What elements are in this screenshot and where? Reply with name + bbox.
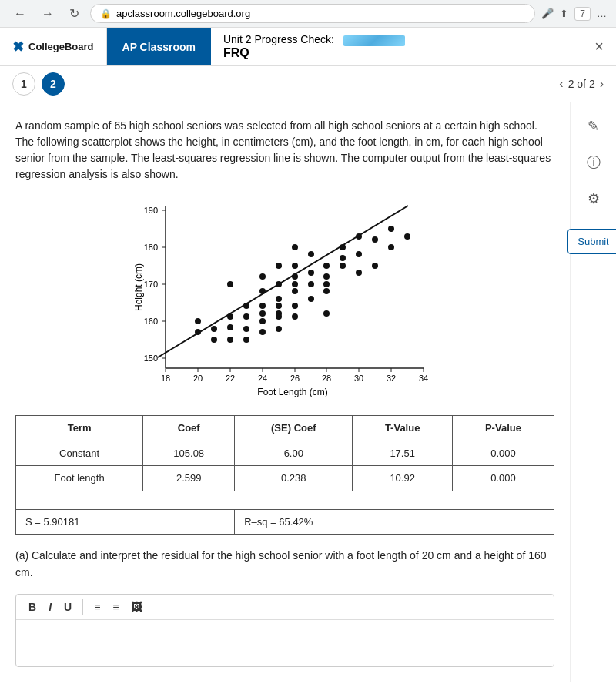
- svg-point-77: [388, 226, 394, 232]
- svg-text:Height (cm): Height (cm): [133, 263, 144, 311]
- svg-point-65: [323, 263, 330, 269]
- scribble-decoration: [343, 35, 405, 46]
- scatter-plot: 190 180 170 160 150 Height (cm) 18: [123, 195, 447, 403]
- help-button[interactable]: ⓘ: [584, 150, 604, 175]
- svg-point-55: [292, 288, 298, 294]
- svg-point-80: [227, 337, 233, 343]
- svg-text:32: 32: [387, 374, 396, 383]
- numbered-list-button[interactable]: ≡: [108, 599, 123, 615]
- col-header-se-coef: (SE) Coef: [235, 416, 353, 441]
- svg-point-67: [323, 288, 330, 294]
- p-value-foot-length: 0.000: [452, 466, 554, 491]
- svg-point-39: [227, 281, 233, 287]
- svg-text:26: 26: [290, 374, 300, 383]
- browser-actions: 🎤 ⬆ 7 …: [541, 7, 607, 21]
- svg-point-50: [276, 281, 282, 287]
- svg-text:28: 28: [322, 374, 331, 383]
- t-value-foot-length: 10.92: [353, 466, 452, 491]
- italic-button[interactable]: I: [44, 599, 56, 615]
- svg-point-71: [340, 263, 346, 269]
- image-button[interactable]: 🖼: [126, 599, 146, 615]
- se-coef-foot-length: 0.238: [235, 466, 353, 491]
- collegeboard-label: CollegeBoard: [28, 41, 94, 52]
- browser-chrome: ← → ↻ 🔒 apclassroom.collegeboard.org 🎤 ⬆…: [0, 0, 616, 28]
- question-1-button[interactable]: 1: [12, 72, 35, 96]
- svg-point-44: [259, 303, 266, 309]
- svg-point-43: [259, 310, 266, 317]
- svg-point-54: [292, 273, 298, 280]
- stat-rsq: R–sq = 65.42%: [235, 509, 554, 535]
- svg-point-74: [356, 270, 362, 276]
- url-text: apclassroom.collegeboard.org: [116, 8, 250, 19]
- svg-point-51: [276, 263, 282, 269]
- share-icon: ⬆: [560, 8, 568, 19]
- svg-point-68: [323, 310, 330, 317]
- intro-text: A random sample of 65 high school senior…: [15, 118, 554, 183]
- svg-point-79: [404, 233, 410, 240]
- question-2-button[interactable]: 2: [42, 72, 65, 96]
- svg-point-40: [243, 313, 249, 320]
- bold-button[interactable]: B: [24, 599, 41, 615]
- reload-button[interactable]: ↻: [65, 5, 84, 22]
- ap-classroom-label: AP Classroom: [122, 41, 196, 53]
- svg-point-45: [259, 288, 266, 294]
- frq-label: FRQ: [223, 46, 570, 60]
- svg-point-34: [195, 329, 201, 335]
- mic-icon: 🎤: [541, 8, 554, 19]
- svg-point-70: [340, 255, 346, 261]
- col-header-coef: Coef: [143, 416, 235, 441]
- svg-text:30: 30: [354, 374, 363, 383]
- svg-text:Foot Length (cm): Foot Length (cm): [257, 387, 327, 397]
- table-empty-row: [16, 491, 554, 509]
- next-question-button[interactable]: ›: [600, 77, 604, 91]
- svg-point-48: [276, 296, 282, 302]
- p-value-constant: 0.000: [452, 441, 554, 466]
- prev-question-button[interactable]: ‹: [559, 77, 563, 91]
- svg-point-46: [259, 273, 266, 280]
- term-foot-length: Foot length: [16, 466, 143, 491]
- svg-point-56: [292, 263, 298, 269]
- lock-icon: 🔒: [100, 8, 112, 19]
- svg-point-66: [323, 281, 330, 287]
- coef-foot-length: 2.599: [143, 466, 235, 491]
- svg-point-72: [356, 233, 362, 240]
- underline-button[interactable]: U: [59, 599, 76, 615]
- svg-point-69: [340, 244, 346, 250]
- svg-point-58: [292, 281, 298, 287]
- editor-toolbar: B I U ≡ ≡ 🖼: [16, 595, 554, 620]
- svg-text:150: 150: [144, 354, 158, 363]
- svg-point-36: [211, 337, 217, 343]
- svg-text:24: 24: [258, 374, 267, 383]
- back-button[interactable]: ←: [9, 5, 31, 22]
- forward-button[interactable]: →: [37, 5, 59, 22]
- collegeboard-logo: ✖ CollegeBoard: [0, 28, 107, 65]
- editor-body[interactable]: [16, 620, 554, 666]
- submit-button[interactable]: Submit: [567, 229, 616, 254]
- close-button[interactable]: ×: [582, 28, 616, 65]
- bullet-list-button[interactable]: ≡: [89, 599, 105, 615]
- progress-navigation: ‹ 2 of 2 ›: [559, 77, 604, 91]
- settings-button[interactable]: ⚙: [584, 187, 603, 210]
- sidebar-tools: ✎ ⓘ ⚙ Submit: [570, 102, 616, 682]
- progress-label: 2 of 2: [568, 78, 595, 90]
- svg-text:170: 170: [144, 280, 158, 289]
- svg-text:18: 18: [161, 374, 170, 383]
- question-a-text: (a) Calculate and interpret the residual…: [15, 547, 554, 582]
- app-header: ✖ CollegeBoard AP Classroom Unit 2 Progr…: [0, 28, 616, 66]
- svg-point-53: [276, 313, 282, 320]
- svg-point-81: [243, 337, 249, 343]
- svg-point-82: [276, 326, 282, 332]
- svg-point-78: [388, 244, 394, 250]
- svg-point-42: [243, 326, 249, 332]
- table-row-foot-length: Foot length 2.599 0.238 10.92 0.000: [16, 466, 554, 491]
- table-row-constant: Constant 105.08 6.00 17.51 0.000: [16, 441, 554, 466]
- svg-point-62: [308, 281, 314, 287]
- svg-point-60: [308, 270, 314, 276]
- address-bar[interactable]: 🔒 apclassroom.collegeboard.org: [90, 4, 535, 23]
- coef-constant: 105.08: [143, 441, 235, 466]
- answer-editor[interactable]: B I U ≡ ≡ 🖼: [15, 594, 554, 667]
- pencil-tool-button[interactable]: ✎: [584, 115, 602, 138]
- col-header-p-value: P-Value: [452, 416, 554, 441]
- svg-point-38: [227, 324, 233, 330]
- svg-point-84: [259, 329, 266, 335]
